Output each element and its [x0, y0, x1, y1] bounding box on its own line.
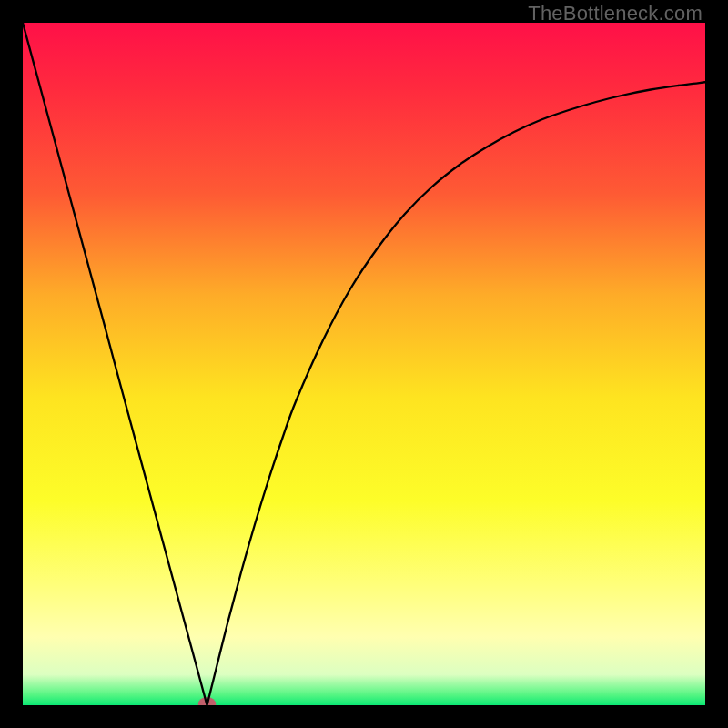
chart-background [23, 23, 705, 705]
chart-frame [23, 23, 705, 705]
watermark-text: TheBottleneck.com [528, 2, 703, 25]
bottleneck-chart [23, 23, 705, 705]
